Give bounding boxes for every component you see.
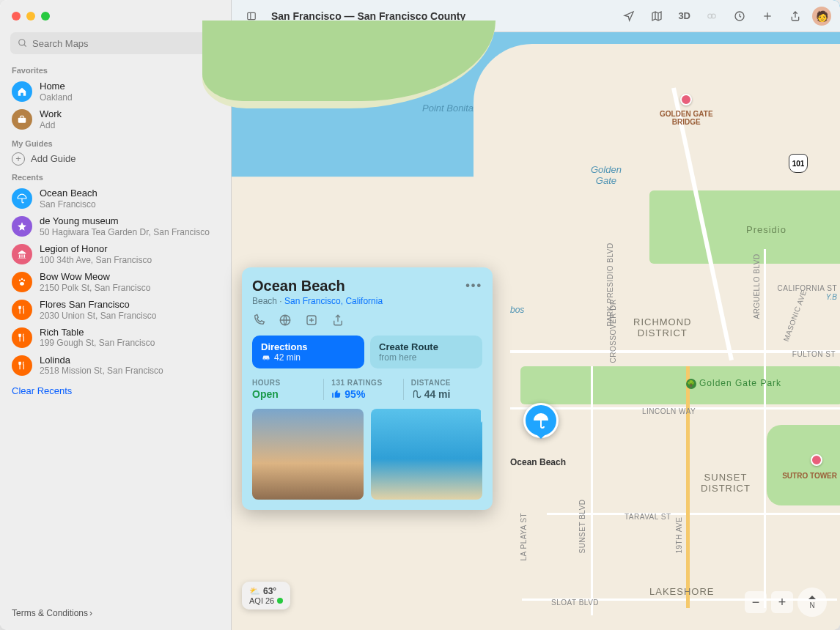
locate-button[interactable] [618,6,640,26]
plus-icon: + [12,152,25,166]
recent-deyoung[interactable]: de Young museum50 Hagiwara Tea Garden Dr… [0,212,231,240]
place-subtitle: Beach · San Francisco, California [252,296,482,306]
recent-flores[interactable]: Flores San Francisco2030 Union St, San F… [0,296,231,324]
3d-button[interactable]: 3D [674,6,695,26]
favorite-sub: Add [40,120,62,130]
svg-point-5 [23,279,25,281]
label-sloat: SLOAT BLVD [551,598,599,607]
favorite-name: Home [40,81,73,92]
route-icon [411,389,421,399]
close-window[interactable] [12,12,21,21]
label-sutro-tower: SUTRO TOWER [782,472,837,480]
label-lakeshore: LAKESHORE [649,586,714,597]
favorite-home[interactable]: HomeOakland [0,78,231,105]
share-button[interactable] [784,6,806,26]
add-to-button[interactable] [305,314,318,327]
zoom-out-button[interactable]: − [745,591,767,613]
favorites-header: Favorites [0,60,231,78]
place-photo-2[interactable] [371,409,482,500]
settings-button[interactable] [729,6,751,26]
umbrella-icon [12,188,32,209]
recent-lolinda[interactable]: Lolinda2518 Mission St, San Francisco [0,352,231,379]
pin-label-ocean-beach: Ocean Beach [510,457,566,467]
favorite-work[interactable]: WorkAdd [0,105,231,133]
chevron-right-icon: › [89,608,92,618]
weather-icon: ⛅ [249,586,260,596]
recent-name: Ocean Beach [40,188,97,199]
label-golden-gate: Golden Gate [591,164,622,186]
recent-sub: 100 34th Ave, San Francisco [40,255,152,265]
map-mode-button[interactable] [646,6,668,26]
clear-recents-link[interactable]: Clear Recents [0,379,231,402]
terms-link[interactable]: Terms & Conditions › [0,596,231,630]
thumbs-up-icon [331,389,342,399]
add-guide-button[interactable]: + Add Guide [0,151,231,167]
place-pin-ocean-beach[interactable] [523,403,559,438]
poi-golden-gate-bridge[interactable] [680,94,692,105]
favorite-name: Work [40,108,62,120]
more-button[interactable]: ••• [465,279,482,292]
recent-bowwow[interactable]: Bow Wow Meow2150 Polk St, San Francisco [0,268,231,296]
account-avatar[interactable]: 🧑 [812,7,831,26]
recent-legion[interactable]: Legion of Honor100 34th Ave, San Francis… [0,240,231,268]
fork-knife-icon [12,300,32,320]
svg-point-0 [19,40,25,45]
label-obos: bos [510,305,524,315]
umbrella-icon [532,412,550,429]
create-route-button[interactable]: Create Route from here [370,336,482,368]
zoom-in-button[interactable]: + [771,591,793,613]
weather-widget[interactable]: ⛅63° AQI 26 [242,582,290,609]
compass-button[interactable]: N [797,588,827,617]
recent-name: Legion of Honor [40,243,152,255]
share-place-button[interactable] [331,314,345,327]
website-button[interactable] [279,314,292,327]
label-lincoln: LINCOLN WAY [642,407,696,415]
minimize-window[interactable] [26,12,35,21]
recent-name: Lolinda [40,355,163,366]
stat-hours: HOURS Open [252,379,323,400]
recent-ocean-beach[interactable]: Ocean BeachSan Francisco [0,185,231,212]
add-button[interactable] [756,6,778,26]
route-label: Create Route [379,341,474,352]
label-park-presidio: PARK PRESIDIO BLVD [606,242,614,326]
weather-aqi: AQI 26 [249,596,274,605]
svg-rect-2 [18,118,26,123]
recent-richtable[interactable]: Rich Table199 Gough St, San Francisco [0,324,231,352]
car-icon [261,353,271,362]
svg-line-1 [24,45,26,47]
directions-button[interactable]: Directions 42 min [252,336,364,368]
place-location-link[interactable]: San Francisco, California [284,296,383,306]
search-icon [18,38,28,48]
svg-rect-7 [248,12,256,19]
recent-sub: 2518 Mission St, San Francisco [40,366,163,376]
label-la-playa: LA PLAYA ST [520,513,528,561]
search-input[interactable] [32,38,213,49]
label-fulton: FULTON ST [792,350,836,358]
call-button[interactable] [252,314,265,327]
aqi-indicator [277,598,283,604]
poi-sutro-tower[interactable] [811,454,822,466]
stat-distance: DISTANCE 44 mi [403,379,482,400]
recent-sub: 2030 Union St, San Francisco [40,311,156,321]
window-controls[interactable] [0,12,50,21]
recent-name: Bow Wow Meow [40,271,150,283]
terms-label: Terms & Conditions [12,608,88,618]
lookaround-button[interactable] [701,6,723,26]
stat-ratings: 131 RATINGS 95% [323,379,402,400]
label-taraval: TARAVAL ST [625,513,671,521]
search-field[interactable] [10,32,221,54]
zoom-window[interactable] [41,12,50,21]
svg-point-3 [19,279,21,281]
museum-icon [12,244,32,264]
map-canvas[interactable]: San Francisco — San Francisco County 3D … [232,0,840,630]
fork-knife-icon [12,327,32,348]
label-sunset-blvd: SUNSET BLVD [578,499,586,553]
recent-name: de Young museum [40,215,210,227]
label-arguello: ARGUELLO BLVD [753,253,761,319]
place-card: Ocean Beach ••• Beach · San Francisco, C… [242,267,493,510]
place-photo-1[interactable] [252,409,364,500]
label-richmond: RICHMOND DISTRICT [633,316,692,338]
directions-label: Directions [261,341,355,352]
label-19th: 19TH AVE [675,517,683,554]
home-icon [12,81,32,102]
